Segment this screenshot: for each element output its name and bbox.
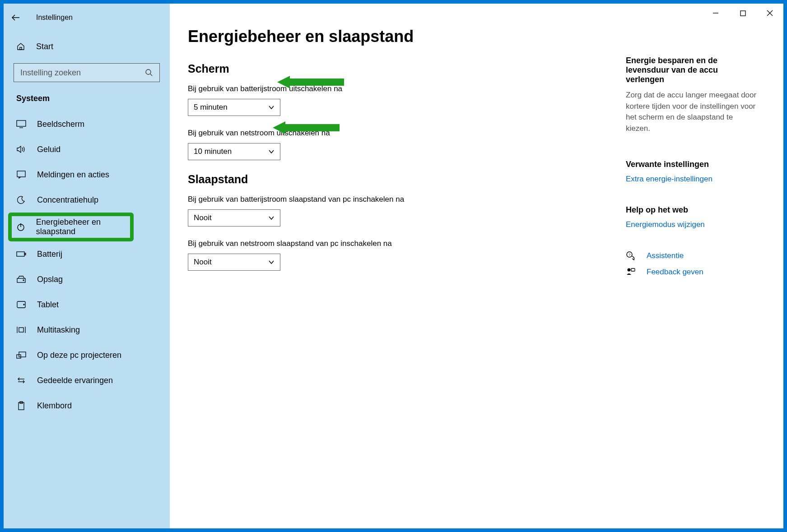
svg-rect-31 [631, 268, 635, 271]
main-content: Energiebeheer en slaapstand Scherm Bij g… [170, 4, 783, 528]
chevron-down-icon [268, 148, 275, 155]
annotation-arrow [273, 121, 340, 134]
search-input[interactable] [20, 68, 145, 78]
svg-line-7 [150, 74, 152, 76]
content-column: Energiebeheer en slaapstand Scherm Bij g… [188, 27, 468, 510]
svg-point-16 [23, 280, 24, 281]
power-icon [16, 222, 25, 232]
search-icon [145, 69, 153, 77]
window-controls [702, 4, 783, 23]
multitasking-icon [16, 325, 26, 335]
sidebar-item-tablet[interactable]: Tablet [4, 292, 170, 317]
sidebar-item-label: Meldingen en acties [37, 170, 109, 180]
sidebar-item-label: Concentratiehulp [37, 195, 98, 205]
storage-icon [16, 274, 26, 284]
sidebar-item-storage[interactable]: Opslag [4, 267, 170, 292]
screen-section-heading: Scherm [188, 62, 468, 75]
chevron-down-icon [268, 104, 275, 111]
screen-plugged-value: 10 minuten [194, 147, 232, 156]
sidebar-item-notifications[interactable]: Meldingen en acties [4, 162, 170, 187]
sidebar-item-sound[interactable]: Geluid [4, 137, 170, 162]
shared-icon [16, 375, 26, 385]
clipboard-icon [16, 401, 26, 411]
svg-text:?: ? [629, 253, 631, 257]
maximize-button[interactable] [729, 4, 756, 23]
svg-rect-5 [20, 47, 22, 50]
sidebar-item-label: Multitasking [37, 325, 80, 335]
sidebar-item-shared[interactable]: Gedeelde ervaringen [4, 368, 170, 393]
annotation-arrow [277, 76, 344, 88]
sidebar-item-power-sleep[interactable]: Energiebeheer en slaapstand [10, 214, 132, 240]
help-link[interactable]: Energiemodus wijzigen [626, 220, 757, 229]
app-title: Instellingen [36, 14, 73, 22]
sleep-section-heading: Slaapstand [188, 173, 468, 186]
moon-icon [16, 195, 26, 205]
tip-body: Zorg dat de accu langer meegaat door kor… [626, 90, 757, 134]
sidebar-item-label: Opslag [37, 275, 63, 284]
svg-rect-14 [25, 253, 26, 255]
feedback-icon [626, 267, 636, 277]
sidebar-item-focus-assist[interactable]: Concentratiehulp [4, 187, 170, 213]
chevron-down-icon [268, 215, 275, 221]
notifications-icon [16, 170, 26, 180]
home-button[interactable]: Start [4, 35, 170, 58]
sidebar-item-battery[interactable]: Batterij [4, 241, 170, 267]
sidebar-item-display[interactable]: Beeldscherm [4, 111, 170, 137]
support-link[interactable]: Assistentie [647, 251, 684, 260]
sleep-plugged-value: Nooit [194, 258, 212, 267]
sidebar-item-clipboard[interactable]: Klembord [4, 393, 170, 418]
search-wrap [4, 58, 170, 90]
chevron-down-icon [268, 259, 275, 265]
tablet-icon [16, 300, 26, 310]
feedback-row[interactable]: Feedback geven [626, 267, 757, 277]
related-block: Verwante instellingen Extra energie-inst… [626, 160, 757, 184]
sidebar-item-label: Geluid [37, 145, 61, 154]
tip-title: Energie besparen en de levensduur van de… [626, 56, 757, 84]
sleep-battery-dropdown[interactable]: Nooit [188, 209, 280, 227]
battery-icon [16, 249, 26, 259]
sidebar-item-label: Energiebeheer en slaapstand [36, 217, 132, 236]
feedback-link[interactable]: Feedback geven [647, 268, 703, 277]
help-chat-icon: ? [626, 251, 636, 261]
screen-battery-dropdown[interactable]: 5 minuten [188, 99, 280, 116]
svg-rect-1 [740, 11, 745, 16]
tip-block: Energie besparen en de levensduur van de… [626, 56, 757, 134]
screen-battery-value: 5 minuten [194, 103, 228, 112]
svg-rect-8 [17, 120, 26, 126]
svg-rect-10 [17, 171, 25, 177]
related-title: Verwante instellingen [626, 160, 757, 169]
svg-point-6 [146, 69, 151, 74]
back-button[interactable] [9, 11, 23, 24]
sleep-battery-value: Nooit [194, 213, 212, 222]
svg-point-30 [628, 268, 631, 271]
related-link[interactable]: Extra energie-instellingen [626, 175, 757, 184]
sidebar-header: Instellingen [4, 8, 170, 27]
home-label: Start [36, 42, 53, 51]
aside-column: Energie besparen en de levensduur van de… [626, 56, 757, 283]
close-button[interactable] [756, 4, 783, 23]
sidebar-item-label: Op deze pc projecteren [37, 351, 121, 360]
settings-window: Instellingen Start Systeem Beeldscherm G… [4, 4, 783, 528]
sidebar-item-label: Batterij [37, 250, 62, 259]
help-title: Help op het web [626, 205, 757, 215]
svg-point-18 [23, 304, 24, 305]
home-icon [16, 42, 25, 51]
page-title: Energiebeheer en slaapstand [188, 27, 468, 46]
sidebar-item-multitasking[interactable]: Multitasking [4, 317, 170, 342]
sidebar-item-label: Gedeelde ervaringen [37, 376, 113, 385]
sleep-battery-label: Bij gebruik van batterijstroom slaapstan… [188, 195, 468, 204]
sound-icon [16, 144, 26, 154]
sidebar-item-label: Beeldscherm [37, 120, 84, 129]
search-box[interactable] [14, 63, 160, 82]
sidebar-item-label: Tablet [37, 300, 59, 310]
sidebar-section-title: Systeem [4, 90, 170, 111]
svg-rect-21 [19, 328, 23, 332]
display-icon [16, 119, 26, 129]
svg-rect-13 [17, 252, 24, 256]
sidebar-item-project[interactable]: Op deze pc projecteren [4, 342, 170, 368]
sidebar: Instellingen Start Systeem Beeldscherm G… [4, 4, 170, 528]
support-row[interactable]: ? Assistentie [626, 251, 757, 261]
minimize-button[interactable] [702, 4, 729, 23]
screen-plugged-dropdown[interactable]: 10 minuten [188, 143, 280, 160]
sleep-plugged-dropdown[interactable]: Nooit [188, 254, 280, 271]
